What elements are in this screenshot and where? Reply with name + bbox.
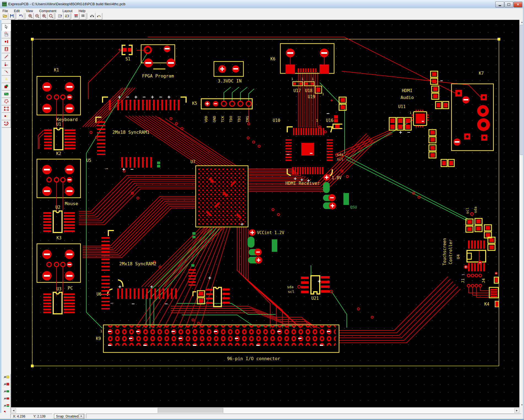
label-u6[interactable]: U6 — [96, 292, 101, 297]
edit-properties-button[interactable] — [64, 13, 70, 20]
rotate-component-button[interactable] — [89, 13, 95, 20]
inner-layer-1-button[interactable] — [2, 395, 11, 403]
view-bottom-layer-button[interactable] — [80, 13, 86, 20]
label-k9[interactable]: K9 — [96, 336, 101, 341]
netlist-tool[interactable] — [2, 120, 11, 128]
filled-plane-tool[interactable] — [2, 83, 11, 90]
label-u16-pin1[interactable]: 1 — [316, 118, 318, 122]
save-button[interactable] — [9, 13, 15, 20]
maximize-button[interactable] — [504, 2, 513, 7]
label-audio[interactable]: Audio — [401, 95, 414, 100]
trace-segment-tool[interactable] — [2, 68, 11, 76]
label-sda-u10[interactable]: sda — [337, 153, 343, 157]
dropdown-arrow-icon[interactable]: ▼ — [79, 414, 84, 419]
label-sda-u21[interactable]: sda — [287, 285, 293, 289]
label-fpga-program[interactable]: FPGA Program — [142, 73, 174, 79]
select-tool[interactable] — [2, 23, 11, 31]
label-k5[interactable]: K5 — [192, 101, 197, 106]
label-tdi[interactable]: TDI — [237, 116, 241, 122]
label-u7[interactable]: U7 — [190, 159, 195, 164]
label-u18[interactable]: U18 — [305, 88, 312, 93]
open-button[interactable] — [2, 13, 8, 20]
zoom-to-board-button[interactable] — [41, 13, 47, 20]
label-u18-pin1[interactable]: 1 — [302, 77, 303, 81]
label-u3[interactable]: U3 — [57, 287, 61, 291]
trace-tool[interactable] — [2, 53, 11, 61]
label-qsu[interactable]: QSU — [350, 205, 357, 209]
top-copper-layer-button[interactable] — [2, 381, 11, 389]
ic-u7-fpga[interactable] — [196, 166, 248, 227]
zoom-out-button[interactable] — [34, 13, 41, 20]
label-j1[interactable]: J1 — [461, 279, 465, 283]
label-u2[interactable]: U2 — [55, 205, 60, 210]
label-u19[interactable]: U19 — [308, 94, 315, 99]
snap-dropdown[interactable]: Snap: Disabled ▼ — [54, 414, 84, 419]
label-k4[interactable]: K4 — [484, 302, 489, 307]
component-tool[interactable] — [2, 46, 11, 53]
label-k1[interactable]: K1 — [54, 68, 59, 73]
label-pc[interactable]: PC — [68, 285, 73, 291]
label-u11[interactable]: U11 — [398, 104, 405, 109]
label-s1[interactable]: S1 — [125, 57, 130, 61]
silkscreen-layer-button[interactable] — [2, 374, 11, 381]
label-u19-pin1[interactable]: 1 — [322, 92, 324, 96]
label-k9-pin1[interactable]: 1 — [100, 329, 102, 333]
label-u17[interactable]: U17 — [293, 88, 301, 93]
zoom-window-tool[interactable] — [2, 31, 11, 38]
label-controller[interactable]: Controller — [448, 239, 453, 264]
scroll-right-arrow-icon[interactable]: ▶ — [514, 408, 519, 413]
label-gnd[interactable]: GND — [212, 116, 216, 122]
label-touchscreen[interactable]: Touchscreen — [442, 238, 447, 265]
label-j4[interactable]: J4 — [481, 279, 486, 283]
view-top-layer-button[interactable] — [73, 13, 79, 20]
pcb-canvas[interactable]: S1 FPGA Program 3.3VDC IN K1 Keyboard U1… — [11, 20, 519, 407]
label-k6[interactable]: K6 — [270, 57, 275, 61]
label-u17-pin1[interactable]: 1 — [291, 77, 293, 81]
label-vdd[interactable]: VDD — [204, 116, 208, 122]
zoom-previous-button[interactable]: P — [48, 13, 54, 20]
text-tool[interactable]: A — [2, 76, 11, 83]
label-96pin[interactable]: 96-pin I/O connector — [227, 356, 280, 361]
zoom-in-button[interactable] — [27, 13, 34, 20]
label-1v8[interactable]: 1.8V — [332, 175, 342, 180]
close-button[interactable]: ✕ — [514, 2, 522, 7]
pad-tool[interactable] — [2, 38, 11, 46]
label-u5[interactable]: U5 — [86, 158, 91, 163]
horizontal-scroll-thumb[interactable] — [158, 408, 223, 413]
label-tms[interactable]: TMS — [245, 116, 249, 122]
label-hdmi-receiver[interactable]: HDMI Receiver — [285, 181, 320, 186]
rotate-text-button[interactable]: A — [96, 13, 102, 20]
label-syncram2-pin1[interactable]: 1 — [110, 303, 114, 304]
label-u11-pin1[interactable]: 1 — [410, 111, 412, 115]
component-footprint-tool[interactable] — [2, 90, 11, 98]
label-syncram1[interactable]: 2Mx18 SyncRAM1 — [112, 130, 150, 135]
minimize-button[interactable] — [495, 2, 504, 7]
corner-in-trace-tool[interactable] — [2, 61, 11, 68]
label-syncram2[interactable]: 2Mx18 SyncRAM2 — [119, 261, 157, 266]
undo-button[interactable] — [18, 13, 24, 20]
component-info-tool[interactable]: ? — [2, 113, 11, 120]
rectangle-tool[interactable] — [2, 105, 11, 113]
label-scl-touch[interactable]: scl — [465, 207, 469, 214]
label-u5-pin1[interactable]: 1 — [105, 168, 109, 170]
label-u21[interactable]: U21 — [311, 296, 319, 301]
label-u1[interactable]: U1 — [56, 122, 61, 127]
circle-tool[interactable] — [2, 98, 11, 105]
horizontal-scrollbar[interactable]: ◀ ▶ — [11, 407, 519, 413]
label-sda-touch[interactable]: sda — [473, 207, 477, 213]
label-k7[interactable]: K7 — [479, 71, 484, 76]
label-vccint[interactable]: VCCint 1.2V — [257, 230, 284, 235]
label-u16[interactable]: U16 — [326, 118, 333, 123]
label-u10[interactable]: U10 — [273, 118, 280, 123]
label-mouse[interactable]: Mouse — [65, 201, 78, 206]
label-tdo[interactable]: TDO — [229, 116, 233, 122]
inner-layer-2-button[interactable] — [2, 403, 11, 410]
label-tck[interactable]: TCK — [221, 116, 225, 122]
scroll-left-arrow-icon[interactable]: ◀ — [11, 408, 16, 413]
component-manager-button[interactable] — [57, 13, 63, 20]
titlebar[interactable]: ExpressPCB - C:\Users\Xilinx\Desktop\65O… — [0, 0, 524, 9]
label-u4[interactable]: U4 — [456, 255, 460, 259]
label-3v3-in[interactable]: 3.3VDC IN — [218, 78, 242, 84]
label-scl-u21[interactable]: scl — [288, 290, 294, 294]
label-j1-pin1[interactable]: 1 — [461, 274, 465, 276]
